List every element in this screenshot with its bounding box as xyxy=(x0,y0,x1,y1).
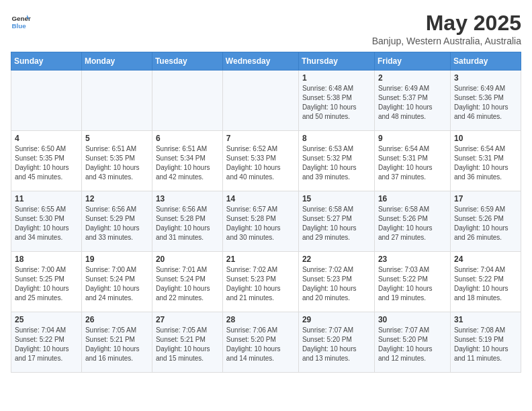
table-cell: 7Sunrise: 6:52 AM Sunset: 5:33 PM Daylig… xyxy=(222,131,298,191)
day-info: Sunrise: 6:58 AM Sunset: 5:26 PM Dayligh… xyxy=(378,205,447,242)
day-info: Sunrise: 7:07 AM Sunset: 5:20 PM Dayligh… xyxy=(378,326,447,363)
day-info: Sunrise: 7:07 AM Sunset: 5:20 PM Dayligh… xyxy=(302,326,371,363)
table-cell xyxy=(11,71,82,131)
day-info: Sunrise: 6:48 AM Sunset: 5:38 PM Dayligh… xyxy=(302,84,371,122)
week-row-2: 4Sunrise: 6:50 AM Sunset: 5:35 PM Daylig… xyxy=(11,131,521,191)
day-number: 3 xyxy=(454,73,517,83)
table-cell: 9Sunrise: 6:54 AM Sunset: 5:31 PM Daylig… xyxy=(374,131,450,191)
table-cell: 14Sunrise: 6:57 AM Sunset: 5:28 PM Dayli… xyxy=(222,191,298,252)
day-number: 8 xyxy=(302,134,371,143)
table-cell: 25Sunrise: 7:04 AM Sunset: 5:22 PM Dayli… xyxy=(11,312,82,373)
day-info: Sunrise: 7:05 AM Sunset: 5:21 PM Dayligh… xyxy=(85,326,148,363)
table-cell: 30Sunrise: 7:07 AM Sunset: 5:20 PM Dayli… xyxy=(374,312,450,373)
calendar-header: Sunday Monday Tuesday Wednesday Thursday… xyxy=(11,52,521,71)
table-cell: 5Sunrise: 6:51 AM Sunset: 5:35 PM Daylig… xyxy=(81,131,152,191)
day-info: Sunrise: 6:54 AM Sunset: 5:31 PM Dayligh… xyxy=(378,144,447,182)
title-block: May 2025 Banjup, Western Australia, Aust… xyxy=(372,11,521,46)
day-number: 9 xyxy=(378,134,447,143)
day-number: 22 xyxy=(302,255,371,264)
week-row-5: 25Sunrise: 7:04 AM Sunset: 5:22 PM Dayli… xyxy=(11,312,521,373)
table-cell: 24Sunrise: 7:04 AM Sunset: 5:22 PM Dayli… xyxy=(450,252,521,312)
subtitle: Banjup, Western Australia, Australia xyxy=(372,36,521,46)
svg-text:Blue: Blue xyxy=(12,22,27,30)
table-cell: 18Sunrise: 7:00 AM Sunset: 5:25 PM Dayli… xyxy=(11,252,82,312)
day-number: 11 xyxy=(15,194,78,203)
table-cell: 27Sunrise: 7:05 AM Sunset: 5:21 PM Dayli… xyxy=(152,312,222,373)
day-number: 13 xyxy=(156,194,219,203)
day-info: Sunrise: 6:54 AM Sunset: 5:31 PM Dayligh… xyxy=(454,144,517,182)
header-wednesday: Wednesday xyxy=(222,52,298,71)
header-sunday: Sunday xyxy=(11,52,82,71)
day-number: 4 xyxy=(15,134,78,143)
day-number: 15 xyxy=(302,194,371,203)
day-info: Sunrise: 6:58 AM Sunset: 5:27 PM Dayligh… xyxy=(302,205,371,242)
header-friday: Friday xyxy=(374,52,450,71)
table-cell: 20Sunrise: 7:01 AM Sunset: 5:24 PM Dayli… xyxy=(152,252,222,312)
day-number: 31 xyxy=(454,315,517,324)
day-number: 5 xyxy=(85,134,148,143)
table-cell: 26Sunrise: 7:05 AM Sunset: 5:21 PM Dayli… xyxy=(81,312,152,373)
day-info: Sunrise: 6:51 AM Sunset: 5:35 PM Dayligh… xyxy=(85,144,148,182)
day-number: 10 xyxy=(454,134,517,143)
table-cell: 22Sunrise: 7:02 AM Sunset: 5:23 PM Dayli… xyxy=(298,252,374,312)
day-info: Sunrise: 6:53 AM Sunset: 5:32 PM Dayligh… xyxy=(302,144,371,182)
logo-icon: General Blue xyxy=(11,11,31,31)
day-number: 6 xyxy=(156,134,219,143)
table-cell: 28Sunrise: 7:06 AM Sunset: 5:20 PM Dayli… xyxy=(222,312,298,373)
day-number: 26 xyxy=(85,315,148,324)
day-number: 17 xyxy=(454,194,517,203)
table-cell: 16Sunrise: 6:58 AM Sunset: 5:26 PM Dayli… xyxy=(374,191,450,252)
day-number: 2 xyxy=(378,73,447,83)
day-info: Sunrise: 6:59 AM Sunset: 5:26 PM Dayligh… xyxy=(454,205,517,242)
table-cell: 12Sunrise: 6:56 AM Sunset: 5:29 PM Dayli… xyxy=(81,191,152,252)
calendar-table: Sunday Monday Tuesday Wednesday Thursday… xyxy=(11,52,521,373)
day-info: Sunrise: 7:06 AM Sunset: 5:20 PM Dayligh… xyxy=(226,326,295,363)
day-info: Sunrise: 7:08 AM Sunset: 5:19 PM Dayligh… xyxy=(454,326,517,363)
day-number: 28 xyxy=(226,315,295,324)
day-info: Sunrise: 6:56 AM Sunset: 5:29 PM Dayligh… xyxy=(85,205,148,242)
day-info: Sunrise: 7:02 AM Sunset: 5:23 PM Dayligh… xyxy=(302,265,371,303)
main-title: May 2025 xyxy=(372,11,521,36)
day-info: Sunrise: 7:03 AM Sunset: 5:22 PM Dayligh… xyxy=(378,265,447,303)
day-info: Sunrise: 7:04 AM Sunset: 5:22 PM Dayligh… xyxy=(454,265,517,303)
table-cell: 8Sunrise: 6:53 AM Sunset: 5:32 PM Daylig… xyxy=(298,131,374,191)
table-cell: 3Sunrise: 6:49 AM Sunset: 5:36 PM Daylig… xyxy=(450,71,521,131)
table-cell: 4Sunrise: 6:50 AM Sunset: 5:35 PM Daylig… xyxy=(11,131,82,191)
day-info: Sunrise: 7:05 AM Sunset: 5:21 PM Dayligh… xyxy=(156,326,219,363)
day-info: Sunrise: 6:55 AM Sunset: 5:30 PM Dayligh… xyxy=(15,205,78,242)
table-cell: 2Sunrise: 6:49 AM Sunset: 5:37 PM Daylig… xyxy=(374,71,450,131)
day-info: Sunrise: 6:50 AM Sunset: 5:35 PM Dayligh… xyxy=(15,144,78,182)
day-info: Sunrise: 6:49 AM Sunset: 5:37 PM Dayligh… xyxy=(378,84,447,122)
day-info: Sunrise: 6:51 AM Sunset: 5:34 PM Dayligh… xyxy=(156,144,219,182)
day-info: Sunrise: 6:56 AM Sunset: 5:28 PM Dayligh… xyxy=(156,205,219,242)
day-number: 24 xyxy=(454,255,517,264)
table-cell: 23Sunrise: 7:03 AM Sunset: 5:22 PM Dayli… xyxy=(374,252,450,312)
table-cell: 6Sunrise: 6:51 AM Sunset: 5:34 PM Daylig… xyxy=(152,131,222,191)
day-info: Sunrise: 7:04 AM Sunset: 5:22 PM Dayligh… xyxy=(15,326,78,363)
page-header: General Blue May 2025 Banjup, Western Au… xyxy=(11,11,521,46)
table-cell: 31Sunrise: 7:08 AM Sunset: 5:19 PM Dayli… xyxy=(450,312,521,373)
day-info: Sunrise: 6:52 AM Sunset: 5:33 PM Dayligh… xyxy=(226,144,295,182)
day-number: 27 xyxy=(156,315,219,324)
day-number: 23 xyxy=(378,255,447,264)
table-cell: 15Sunrise: 6:58 AM Sunset: 5:27 PM Dayli… xyxy=(298,191,374,252)
logo: General Blue xyxy=(11,11,34,31)
day-number: 19 xyxy=(85,255,148,264)
table-cell: 17Sunrise: 6:59 AM Sunset: 5:26 PM Dayli… xyxy=(450,191,521,252)
header-saturday: Saturday xyxy=(450,52,521,71)
day-number: 16 xyxy=(378,194,447,203)
table-cell xyxy=(152,71,222,131)
table-cell xyxy=(222,71,298,131)
day-number: 30 xyxy=(378,315,447,324)
week-row-1: 1Sunrise: 6:48 AM Sunset: 5:38 PM Daylig… xyxy=(11,71,521,131)
header-thursday: Thursday xyxy=(298,52,374,71)
calendar-body: 1Sunrise: 6:48 AM Sunset: 5:38 PM Daylig… xyxy=(11,71,521,373)
day-info: Sunrise: 6:57 AM Sunset: 5:28 PM Dayligh… xyxy=(226,205,295,242)
table-cell: 21Sunrise: 7:02 AM Sunset: 5:23 PM Dayli… xyxy=(222,252,298,312)
day-info: Sunrise: 6:49 AM Sunset: 5:36 PM Dayligh… xyxy=(454,84,517,122)
day-number: 18 xyxy=(15,255,78,264)
day-info: Sunrise: 7:01 AM Sunset: 5:24 PM Dayligh… xyxy=(156,265,219,303)
week-row-4: 18Sunrise: 7:00 AM Sunset: 5:25 PM Dayli… xyxy=(11,252,521,312)
day-number: 7 xyxy=(226,134,295,143)
table-cell: 11Sunrise: 6:55 AM Sunset: 5:30 PM Dayli… xyxy=(11,191,82,252)
